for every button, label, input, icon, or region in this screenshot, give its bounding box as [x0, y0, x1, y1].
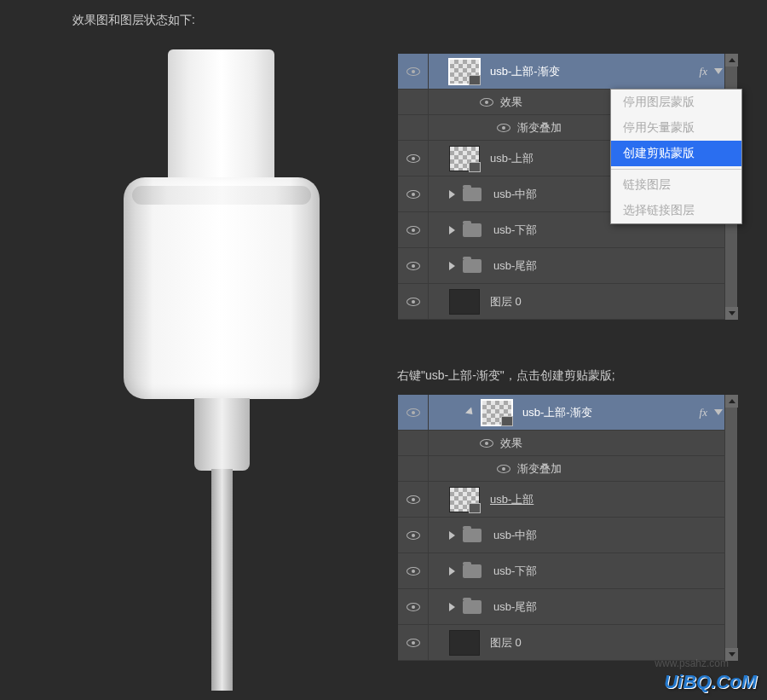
- usb-illustration: [77, 47, 366, 678]
- visibility-toggle[interactable]: [398, 284, 429, 319]
- layer-row[interactable]: usb-下部: [398, 553, 737, 589]
- visibility-toggle[interactable]: [398, 54, 429, 89]
- eye-icon: [407, 298, 420, 306]
- expand-toggle[interactable]: [446, 567, 458, 576]
- usb-tip: [168, 49, 274, 183]
- eye-icon: [407, 408, 420, 417]
- usb-body: [124, 177, 320, 399]
- visibility-toggle[interactable]: [398, 212, 429, 247]
- layer-name: 效果: [500, 436, 737, 451]
- menu-item[interactable]: 停用矢量蒙版: [611, 115, 741, 141]
- layer-thumb[interactable]: [449, 146, 480, 171]
- layer-row[interactable]: 图层 0: [398, 625, 737, 661]
- layer-thumb[interactable]: [449, 630, 480, 656]
- visibility-toggle[interactable]: [398, 141, 429, 176]
- layer-name: 图层 0: [490, 294, 737, 310]
- caption-top: 效果图和图层状态如下:: [72, 13, 195, 28]
- scroll-down-button[interactable]: [725, 307, 738, 320]
- folder-icon: [463, 529, 482, 542]
- usb-cable: [211, 469, 233, 691]
- eye-icon: [407, 495, 420, 504]
- layer-name: 图层 0: [490, 635, 737, 651]
- folder-icon: [463, 564, 482, 578]
- usb-neck: [194, 398, 250, 471]
- folder-icon: [463, 600, 482, 614]
- visibility-toggle[interactable]: [398, 248, 429, 283]
- visibility-toggle[interactable]: [398, 625, 429, 660]
- layer-row[interactable]: 渐变叠加: [398, 456, 737, 482]
- layer-name: usb-中部: [493, 528, 737, 543]
- scroll-up-button[interactable]: [725, 395, 738, 408]
- visibility-toggle[interactable]: [398, 395, 429, 430]
- eye-icon: [407, 190, 420, 199]
- layer-row[interactable]: usb-上部-渐变 fx: [398, 54, 737, 90]
- expand-toggle[interactable]: [446, 262, 458, 270]
- layer-thumb[interactable]: [449, 59, 480, 84]
- layer-name: usb-尾部: [493, 258, 737, 274]
- collapse-toggle[interactable]: [712, 409, 724, 415]
- visibility-toggle[interactable]: [398, 115, 429, 140]
- visibility-toggle[interactable]: [398, 176, 429, 211]
- menu-item[interactable]: 链接图层: [611, 172, 741, 198]
- layer-name: usb-上部-渐变: [490, 64, 700, 79]
- eye-icon: [407, 67, 420, 76]
- visibility-toggle[interactable]: [398, 553, 429, 588]
- folder-icon: [463, 259, 482, 273]
- layer-row[interactable]: usb-尾部: [398, 589, 737, 625]
- eye-icon: [407, 531, 420, 540]
- layer-name: 渐变叠加: [517, 461, 737, 477]
- layer-name: usb-尾部: [493, 599, 737, 615]
- collapse-toggle[interactable]: [712, 68, 724, 74]
- fx-icon[interactable]: fx: [700, 65, 707, 78]
- layer-row[interactable]: usb-上部-渐变 fx: [398, 395, 737, 431]
- eye-icon: [407, 639, 420, 647]
- expand-toggle[interactable]: [446, 603, 458, 611]
- eye-icon: [480, 98, 493, 107]
- watermark: UiBQ.CoM: [664, 671, 757, 693]
- eye-icon: [407, 262, 420, 270]
- eye-icon: [407, 567, 420, 576]
- layer-name: usb-下部: [493, 223, 737, 238]
- folder-icon: [463, 223, 482, 237]
- layer-name: usb-上部: [490, 492, 737, 507]
- eye-icon: [407, 154, 420, 163]
- visibility-toggle[interactable]: [398, 431, 429, 455]
- eye-icon: [497, 465, 510, 473]
- visibility-toggle[interactable]: [398, 589, 429, 624]
- context-menu: 停用图层蒙版 停用矢量蒙版 创建剪贴蒙版 链接图层 选择链接图层: [610, 89, 742, 224]
- caption-middle: 右键"usb-上部-渐变"，点击创建剪贴蒙版;: [397, 368, 615, 384]
- eye-icon: [407, 603, 420, 611]
- expand-toggle[interactable]: [446, 531, 458, 540]
- scroll-up-button[interactable]: [725, 54, 738, 67]
- expand-toggle[interactable]: [446, 190, 458, 199]
- layer-name: usb-上部-渐变: [522, 405, 700, 420]
- layers-panel-2: usb-上部-渐变 fx 效果 渐变叠加 usb-上部 usb-中部 usb-下…: [397, 394, 738, 662]
- visibility-toggle[interactable]: [398, 90, 429, 114]
- visibility-toggle[interactable]: [398, 456, 429, 481]
- expand-toggle[interactable]: [446, 226, 458, 234]
- menu-item[interactable]: 创建剪贴蒙版: [611, 141, 741, 166]
- layer-row[interactable]: usb-中部: [398, 518, 737, 553]
- fx-icon[interactable]: fx: [700, 406, 707, 419]
- eye-icon: [480, 439, 493, 448]
- watermark-url: www.psahz.com: [655, 657, 729, 669]
- scrollbar[interactable]: [724, 395, 737, 661]
- layer-row[interactable]: 效果: [398, 431, 737, 456]
- layer-row[interactable]: usb-尾部: [398, 248, 737, 284]
- layer-thumb[interactable]: [449, 487, 480, 512]
- layer-row[interactable]: 图层 0: [398, 284, 737, 320]
- menu-separator: [611, 169, 741, 170]
- visibility-toggle[interactable]: [398, 518, 429, 552]
- layer-name: usb-下部: [493, 564, 737, 579]
- menu-item[interactable]: 选择链接图层: [611, 198, 741, 223]
- eye-icon: [497, 124, 510, 132]
- eye-icon: [407, 226, 420, 234]
- menu-item[interactable]: 停用图层蒙版: [611, 90, 741, 115]
- layer-thumb[interactable]: [482, 400, 512, 425]
- layer-thumb[interactable]: [449, 289, 480, 315]
- clip-indicator-icon: [464, 407, 476, 419]
- folder-icon: [463, 188, 482, 201]
- layer-row[interactable]: usb-上部: [398, 482, 737, 518]
- visibility-toggle[interactable]: [398, 482, 429, 517]
